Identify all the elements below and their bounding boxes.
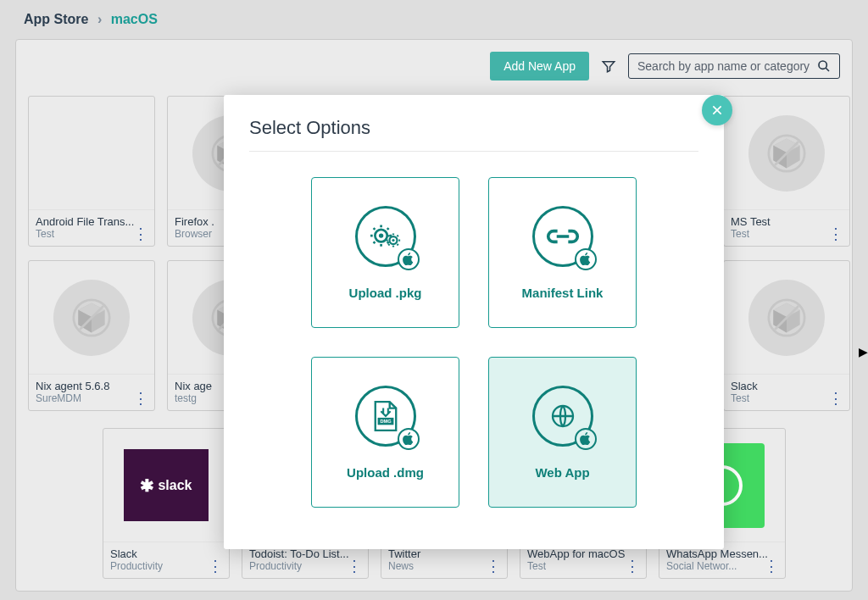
- option-label: Upload .pkg: [349, 286, 422, 300]
- more-menu-icon[interactable]: ⋮: [208, 562, 222, 570]
- option-link[interactable]: Manifest Link: [488, 177, 637, 328]
- app-title: MS Test: [731, 215, 843, 228]
- search-icon: [817, 59, 831, 73]
- filter-icon[interactable]: [601, 58, 616, 74]
- app-category: Test: [731, 228, 749, 240]
- breadcrumb-current: macOS: [111, 12, 158, 26]
- app-title: Slack: [731, 380, 843, 392]
- app-category: News: [388, 560, 414, 572]
- app-thumb: [29, 261, 154, 374]
- chevron-right-icon: ›: [97, 12, 102, 26]
- svg-point-25: [378, 233, 382, 237]
- option-gears[interactable]: Upload .pkg: [311, 177, 459, 328]
- app-card[interactable]: Android File Trans...Test⋮: [28, 96, 155, 247]
- app-card[interactable]: ✱slackSlackProductivity⋮: [103, 428, 230, 579]
- option-label: Web App: [535, 465, 589, 480]
- app-category: Browser: [175, 228, 212, 240]
- option-icon: [532, 386, 593, 447]
- app-title: WebApp for macOS: [527, 547, 639, 560]
- app-footer: Android File Trans...Test⋮: [29, 209, 154, 246]
- app-footer: SlackProductivity⋮: [103, 542, 229, 578]
- app-thumb: [29, 97, 154, 209]
- option-label: Upload .dmg: [347, 465, 424, 480]
- app-footer: SlackTest⋮: [724, 374, 849, 410]
- more-menu-icon[interactable]: ⋮: [625, 562, 639, 570]
- option-label: Manifest Link: [522, 286, 604, 300]
- app-footer: MS TestTest⋮: [724, 209, 849, 246]
- box-icon: [53, 280, 130, 356]
- toolbar: Add New App: [28, 52, 840, 81]
- breadcrumb: App Store › macOS: [0, 0, 868, 39]
- option-dmg[interactable]: DMGUpload .dmg: [311, 357, 459, 508]
- app-card[interactable]: Nix agent 5.6.8SureMDM⋮: [28, 260, 155, 411]
- app-category: Productivity: [249, 560, 302, 572]
- svg-text:DMG: DMG: [380, 419, 392, 424]
- app-category: Productivity: [110, 560, 163, 572]
- app-title: Twitter: [388, 547, 500, 560]
- app-footer: Nix agent 5.6.8SureMDM⋮: [29, 374, 154, 410]
- select-options-modal: Select Options Upload .pkgManifest LinkD…: [224, 95, 724, 549]
- app-card[interactable]: MS TestTest⋮: [723, 96, 850, 247]
- app-title: Slack: [110, 547, 222, 560]
- option-icon: DMG: [355, 386, 416, 447]
- modal-title: Select Options: [249, 117, 698, 139]
- close-icon: [710, 103, 724, 117]
- box-icon: [748, 280, 825, 356]
- more-menu-icon[interactable]: ⋮: [133, 394, 147, 403]
- app-category: testg: [175, 392, 197, 404]
- svg-point-27: [392, 238, 394, 241]
- option-icon: [355, 206, 416, 267]
- more-menu-icon[interactable]: ⋮: [828, 230, 843, 238]
- more-menu-icon[interactable]: ⋮: [347, 562, 361, 570]
- app-thumb: [724, 261, 849, 374]
- expand-handle[interactable]: ▶: [859, 345, 868, 358]
- app-category: Test: [527, 560, 546, 572]
- search-input[interactable]: [637, 59, 817, 73]
- app-category: Test: [36, 228, 54, 240]
- app-category: SureMDM: [36, 392, 81, 404]
- breadcrumb-root[interactable]: App Store: [24, 12, 88, 26]
- app-title: Nix agent 5.6.8: [36, 380, 147, 392]
- more-menu-icon[interactable]: ⋮: [133, 230, 147, 238]
- search-box[interactable]: [628, 53, 840, 79]
- app-category: Test: [731, 392, 749, 404]
- apple-icon: [398, 428, 420, 450]
- app-thumb: ✱slack: [103, 429, 229, 542]
- box-icon: [748, 115, 825, 192]
- divider: [249, 151, 698, 152]
- options-grid: Upload .pkgManifest LinkDMGUpload .dmgWe…: [249, 177, 698, 508]
- more-menu-icon[interactable]: ⋮: [828, 394, 843, 403]
- app-title: Android File Trans...: [36, 215, 147, 228]
- add-new-app-button[interactable]: Add New App: [490, 52, 589, 81]
- app-title: Todoist: To-Do List...: [249, 547, 361, 560]
- app-category: Social Networ...: [666, 560, 737, 572]
- app-title: WhatsApp Messen...: [666, 547, 778, 560]
- option-globe[interactable]: Web App: [488, 357, 637, 508]
- more-menu-icon[interactable]: ⋮: [764, 562, 778, 570]
- apple-icon: [575, 428, 597, 450]
- svg-point-0: [819, 61, 826, 69]
- apple-icon: [575, 248, 597, 270]
- apple-icon: [398, 248, 420, 270]
- more-menu-icon[interactable]: ⋮: [486, 562, 500, 570]
- option-icon: [532, 206, 593, 267]
- app-card[interactable]: SlackTest⋮: [723, 260, 850, 411]
- close-button[interactable]: [702, 95, 732, 125]
- app-thumb: [724, 97, 849, 209]
- slack-logo: ✱slack: [124, 449, 209, 521]
